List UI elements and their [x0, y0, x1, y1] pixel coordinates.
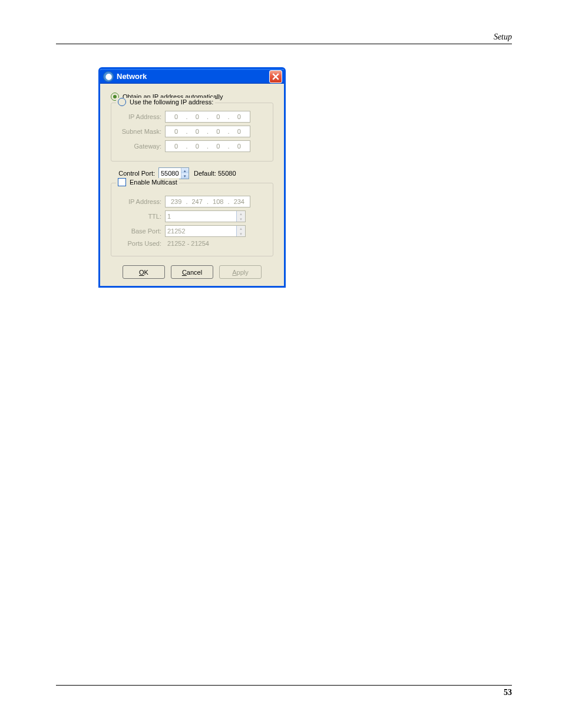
ip-address-input[interactable]: 0. 0. 0. 0 — [165, 111, 250, 123]
gateway-label: Gateway: — [117, 143, 161, 150]
control-port-default: Default: 55080 — [194, 170, 236, 177]
subnet-mask-label: Subnet Mask: — [117, 128, 161, 135]
page-footer: 53 — [56, 685, 512, 697]
ip-octet: 247 — [190, 198, 204, 205]
gateway-row: Gateway: 0. 0. 0. 0 — [117, 140, 267, 152]
ip-octet: 0 — [211, 113, 225, 120]
spinner-buttons: ▲ ▼ — [181, 168, 189, 179]
ip-octet: 239 — [169, 198, 183, 205]
spinner-value: 55080 — [159, 170, 181, 177]
enable-multicast-checkbox[interactable]: Enable Multicast — [116, 178, 179, 186]
static-ip-group: Use the following IP address: IP Address… — [111, 103, 273, 162]
cancel-button[interactable]: Cancel — [171, 265, 213, 279]
spinner-value: 1 — [166, 213, 236, 220]
radio-label: Use the following IP address: — [130, 98, 213, 106]
ip-octet: 0 — [190, 128, 204, 135]
dialog-body: Obtain an IP address automatically Use t… — [100, 84, 284, 286]
spinner-value: 21252 — [166, 228, 236, 235]
multicast-group: Enable Multicast IP Address: 239. 247. 1… — [111, 183, 273, 256]
multicast-ip-input[interactable]: 239. 247. 108. 234 — [165, 196, 250, 207]
page-header: Setup — [56, 32, 512, 44]
ip-address-label: IP Address: — [117, 113, 161, 120]
ip-octet: 0 — [190, 143, 204, 150]
subnet-mask-input[interactable]: 0. 0. 0. 0 — [165, 126, 250, 137]
control-port-label: Control Port: — [111, 170, 155, 177]
spin-down-icon[interactable]: ▼ — [181, 173, 189, 179]
close-button[interactable] — [269, 70, 282, 83]
button-row: OK Cancel Apply — [111, 265, 273, 279]
titlebar: ⬤ Network — [100, 69, 284, 84]
portsused-value: 21252 - 21254 — [165, 240, 209, 247]
baseport-spinner[interactable]: 21252 ▲ ▼ — [165, 225, 246, 237]
spin-down-icon[interactable]: ▼ — [236, 216, 245, 222]
multicast-ip-label: IP Address: — [117, 198, 161, 205]
checkbox-icon — [118, 178, 126, 186]
baseport-label: Base Port: — [117, 228, 161, 235]
ip-octet: 0 — [232, 128, 246, 135]
portsused-row: Ports Used: 21252 - 21254 — [117, 240, 267, 247]
baseport-row: Base Port: 21252 ▲ ▼ — [117, 225, 267, 237]
ok-button[interactable]: OK — [123, 265, 165, 279]
spin-up-icon[interactable]: ▲ — [236, 211, 245, 216]
ip-octet: 0 — [169, 128, 183, 135]
ip-octet: 0 — [211, 143, 225, 150]
control-port-spinner[interactable]: 55080 ▲ ▼ — [158, 167, 189, 179]
ip-octet: 0 — [169, 113, 183, 120]
ip-address-row: IP Address: 0. 0. 0. 0 — [117, 111, 267, 123]
spin-up-icon[interactable]: ▲ — [236, 226, 245, 231]
ip-octet: 0 — [232, 143, 246, 150]
spin-up-icon[interactable]: ▲ — [181, 168, 189, 173]
network-dialog: ⬤ Network Obtain an IP address automatic… — [98, 67, 286, 288]
portsused-label: Ports Used: — [117, 240, 161, 247]
ip-octet: 0 — [169, 143, 183, 150]
app-icon: ⬤ — [103, 71, 114, 82]
checkbox-label: Enable Multicast — [130, 179, 177, 186]
apply-button[interactable]: Apply — [219, 265, 262, 279]
control-port-row: Control Port: 55080 ▲ ▼ Default: 55080 — [111, 167, 273, 179]
ttl-row: TTL: 1 ▲ ▼ — [117, 210, 267, 222]
ip-octet: 108 — [211, 198, 225, 205]
gateway-input[interactable]: 0. 0. 0. 0 — [165, 140, 250, 152]
multicast-ip-row: IP Address: 239. 247. 108. 234 — [117, 196, 267, 207]
spinner-buttons: ▲ ▼ — [236, 211, 245, 222]
ttl-spinner[interactable]: 1 ▲ ▼ — [165, 210, 246, 222]
ttl-label: TTL: — [117, 213, 161, 220]
close-icon — [272, 73, 279, 80]
radio-use-following[interactable]: Use the following IP address: — [116, 98, 215, 106]
ip-octet: 0 — [232, 113, 246, 120]
ip-octet: 0 — [190, 113, 204, 120]
spin-down-icon[interactable]: ▼ — [236, 231, 245, 236]
spinner-buttons: ▲ ▼ — [236, 226, 245, 236]
ip-octet: 234 — [232, 198, 246, 205]
subnet-mask-row: Subnet Mask: 0. 0. 0. 0 — [117, 126, 267, 137]
window-title: Network — [117, 72, 269, 81]
ip-octet: 0 — [211, 128, 225, 135]
radio-icon — [118, 98, 126, 106]
